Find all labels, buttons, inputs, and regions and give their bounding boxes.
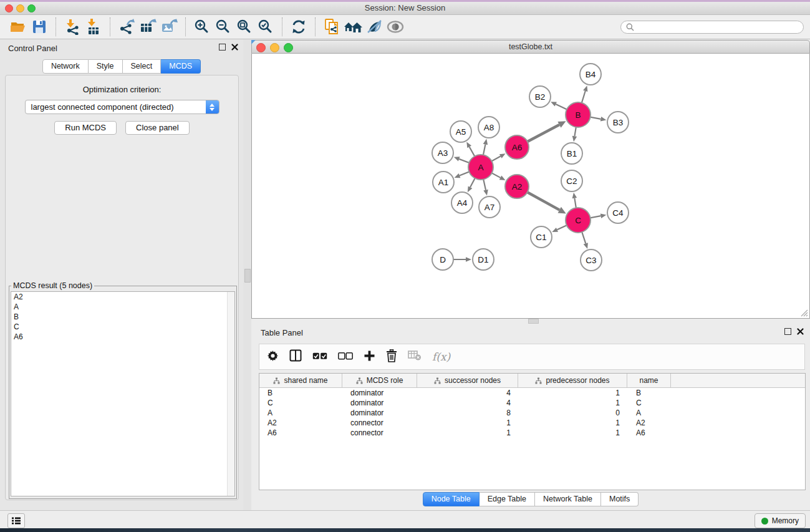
refresh-icon[interactable] — [288, 17, 309, 37]
graph-node-A8[interactable]: A8 — [478, 117, 499, 138]
network-canvas[interactable]: AA1A2A3A4A5A6A7A8BB1B2B3B4CC1C2C3C4DD1 — [251, 54, 810, 319]
criterion-dropdown[interactable]: largest connected component (directed) — [25, 100, 219, 114]
toggle-graphics-details-icon[interactable] — [364, 17, 385, 37]
table-cell: 1 — [417, 418, 518, 428]
tab-network-table[interactable]: Network Table — [535, 492, 601, 506]
close-panel-icon[interactable] — [231, 44, 238, 51]
network-window-titlebar[interactable]: testGlobe.txt — [251, 40, 810, 54]
graph-node-C4[interactable]: C4 — [607, 202, 629, 223]
close-panel-button[interactable]: Close panel — [125, 121, 190, 135]
control-panel-title: Control Panel — [8, 44, 57, 53]
graph-node-A5[interactable]: A5 — [450, 121, 471, 142]
graph-node-A2[interactable]: A2 — [505, 175, 529, 198]
search-input[interactable] — [637, 22, 798, 32]
column-header-name[interactable]: name — [627, 374, 671, 387]
show-column-icon[interactable] — [289, 349, 302, 364]
horizontal-splitter-handle[interactable] — [528, 319, 539, 324]
svg-text:A5: A5 — [456, 127, 466, 137]
graph-node-C3[interactable]: C3 — [581, 249, 602, 271]
app-title: Session: New Session — [0, 2, 810, 14]
zoom-in-icon[interactable] — [191, 17, 213, 37]
dropdown-stepper-icon — [206, 100, 219, 114]
task-history-button[interactable] — [7, 513, 25, 528]
graph-node-B4[interactable]: B4 — [580, 64, 601, 85]
graph-node-D[interactable]: D — [432, 249, 453, 270]
column-header-shared-name[interactable]: shared name — [259, 374, 342, 387]
graph-node-B3[interactable]: B3 — [607, 112, 629, 133]
run-mcds-button[interactable]: Run MCDS — [54, 121, 117, 135]
float-table-panel-icon[interactable] — [784, 328, 791, 335]
mcds-result-item[interactable]: A2 — [11, 292, 234, 302]
graph-node-A6[interactable]: A6 — [505, 135, 529, 159]
delete-column-icon[interactable] — [386, 349, 397, 365]
table-row[interactable]: A2connector11A2 — [259, 418, 805, 428]
birds-eye-view-icon[interactable] — [385, 17, 406, 37]
graph-node-A7[interactable]: A7 — [479, 196, 500, 218]
control-panel-tabs: Network Style Select MCDS — [0, 59, 243, 74]
settings-gear-icon[interactable] — [267, 350, 279, 364]
home-icon[interactable] — [342, 17, 364, 37]
tab-mcds[interactable]: MCDS — [161, 59, 201, 74]
import-network-icon[interactable] — [62, 17, 83, 37]
mcds-result-item[interactable]: A — [11, 302, 234, 312]
table-row[interactable]: Cdominator41C — [259, 398, 805, 408]
tab-select[interactable]: Select — [123, 59, 162, 74]
tab-node-table[interactable]: Node Table — [423, 492, 480, 506]
app-titlebar: Session: New Session — [0, 2, 810, 15]
close-table-panel-icon[interactable] — [797, 328, 804, 335]
resize-grip-icon[interactable] — [800, 309, 808, 317]
graph-node-B2[interactable]: B2 — [529, 86, 551, 107]
graph-node-C2[interactable]: C2 — [561, 170, 582, 191]
table-row[interactable]: Bdominator41B — [259, 388, 805, 398]
graph-node-B[interactable]: B — [566, 102, 591, 127]
column-header-MCDS-role[interactable]: MCDS role — [342, 374, 417, 387]
mcds-result-item[interactable]: B — [11, 312, 234, 322]
scrollbar-track[interactable] — [227, 292, 234, 496]
graph-node-C1[interactable]: C1 — [531, 226, 552, 248]
svg-text:A4: A4 — [457, 198, 468, 208]
mcds-result-list[interactable]: A2ABCA6 — [11, 291, 235, 496]
deselect-all-checkboxes-icon[interactable] — [338, 351, 353, 362]
add-column-icon[interactable] — [364, 350, 375, 364]
search-field[interactable] — [620, 21, 804, 34]
clone-network-icon[interactable] — [321, 17, 342, 37]
graph-node-A3[interactable]: A3 — [432, 142, 453, 163]
mcds-result-item[interactable]: A6 — [11, 332, 234, 342]
node-table[interactable]: shared nameMCDS rolesuccessor nodesprede… — [259, 373, 806, 490]
main-toolbar — [0, 15, 810, 39]
svg-text:A7: A7 — [485, 203, 495, 212]
graph-node-A4[interactable]: A4 — [451, 192, 473, 213]
graph-arrowhead — [454, 157, 460, 161]
tab-style[interactable]: Style — [89, 59, 123, 74]
column-type-icon — [434, 377, 441, 384]
save-session-icon[interactable] — [29, 17, 50, 37]
network-graph[interactable]: AA1A2A3A4A5A6A7A8BB1B2B3B4CC1C2C3C4DD1 — [252, 54, 809, 317]
zoom-selected-icon[interactable] — [255, 17, 276, 37]
svg-text:A1: A1 — [438, 178, 449, 187]
export-image-icon[interactable] — [158, 17, 180, 37]
float-panel-icon[interactable] — [219, 44, 226, 51]
graph-node-B1[interactable]: B1 — [561, 143, 582, 164]
splitter-handle[interactable] — [244, 269, 251, 283]
export-table-icon[interactable] — [137, 17, 158, 37]
zoom-fit-icon[interactable] — [234, 17, 255, 37]
graph-node-A1[interactable]: A1 — [433, 172, 454, 193]
import-table-icon[interactable] — [83, 17, 104, 37]
zoom-out-icon[interactable] — [213, 17, 234, 37]
table-row[interactable]: Adominator80A — [259, 408, 805, 418]
graph-node-D1[interactable]: D1 — [473, 249, 494, 270]
tab-edge-table[interactable]: Edge Table — [480, 492, 535, 506]
tab-motifs[interactable]: Motifs — [601, 492, 639, 506]
mcds-result-item[interactable]: C — [11, 322, 234, 332]
column-header-successor-nodes[interactable]: successor nodes — [417, 374, 518, 387]
table-row[interactable]: A6connector11A6 — [259, 428, 805, 438]
graph-node-A[interactable]: A — [468, 155, 493, 180]
tab-network[interactable]: Network — [42, 59, 89, 74]
graph-node-C[interactable]: C — [566, 208, 591, 233]
select-all-checkboxes-icon[interactable] — [312, 351, 327, 362]
vertical-splitter[interactable] — [243, 39, 251, 510]
export-network-icon[interactable] — [116, 17, 137, 37]
memory-button[interactable]: Memory — [755, 513, 806, 528]
column-header-predecessor-nodes[interactable]: predecessor nodes — [518, 374, 627, 387]
open-file-icon[interactable] — [7, 17, 29, 37]
